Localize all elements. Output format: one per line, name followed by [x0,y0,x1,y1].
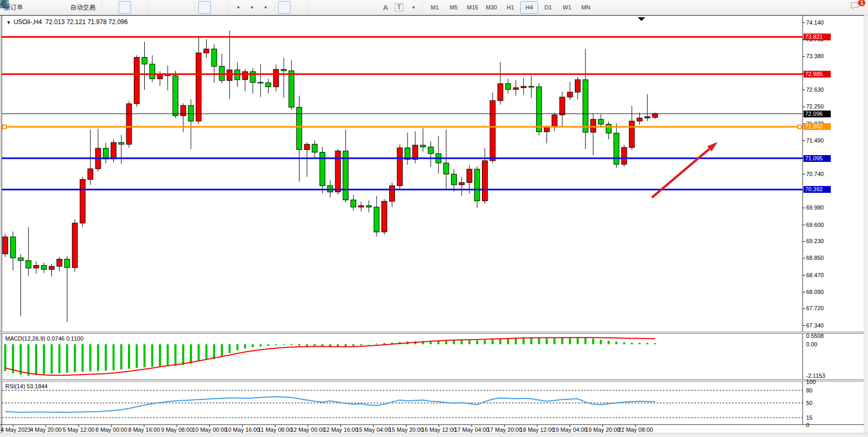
macd-histogram-bar [198,344,200,362]
candle-body [452,174,457,184]
candle-body [459,182,464,184]
collapse-ohlc-icon[interactable]: ▼ [6,20,11,25]
macd-histogram-bar [66,344,68,373]
macd-histogram-bar [291,344,293,345]
candle-body [49,266,55,269]
time-axis-label: 5 May 12:00 [63,427,95,433]
candle [266,79,271,93]
candle-body [397,148,402,185]
macd-histogram-bar [453,340,455,344]
candle [567,82,573,100]
chart-area[interactable] [0,0,868,437]
candle-body [266,83,271,87]
candle [490,93,495,163]
candle-body [567,92,573,97]
right-edge-strip [864,15,868,437]
candle [328,180,333,197]
candle-body [304,144,309,149]
candle [250,68,255,93]
candle-body [444,163,449,174]
macd-histogram-bar [538,338,540,344]
price-badge-73.821: 73.821 [803,34,831,40]
candle-body [498,84,503,101]
candle-body [366,206,371,207]
macd-histogram-bar [128,344,130,369]
price-axis-label: 68.090 [806,289,824,295]
macd-histogram-bar [298,344,301,346]
price-axis-label: 67.720 [806,305,824,311]
candle [583,49,588,149]
macd-histogram-bar [445,341,447,344]
macd-histogram-bar [491,340,494,344]
macd-histogram-bar [151,344,153,367]
candle [211,44,217,83]
candle-body [111,143,116,159]
macd-histogram-bar [383,343,385,344]
candle [219,53,224,83]
macd-histogram-bar [639,343,641,344]
candle [421,128,426,152]
rsi-scale-label: 80 [806,387,812,394]
macd-histogram-bar [584,338,586,344]
candle-body [382,201,387,232]
macd-histogram-bar [561,338,563,344]
candle-body [513,88,519,89]
candle [134,55,140,107]
price-axis-label: 68.850 [806,255,824,261]
rsi-scale-label: 0 [806,422,809,428]
macd-histogram-bar [12,344,14,373]
candle-body [413,145,418,159]
candle-body [65,259,70,268]
candle [188,99,194,149]
candle-body [126,104,132,144]
candle [606,122,612,139]
candle-body [328,185,333,192]
macd-histogram-bar [113,344,115,370]
candle [18,254,24,316]
time-axis-label: 15 May 04:00 [356,427,391,433]
macd-histogram-bar [368,344,370,345]
candle-body [390,185,395,201]
candle-body [421,145,426,147]
candle [498,62,503,105]
price-badge-72.096: 72.096 [803,111,831,117]
macd-histogram-bar [337,344,339,346]
macd-histogram-bar [460,340,463,344]
macd-histogram-bar [499,338,501,344]
candle-body [374,207,379,232]
candle [521,78,526,95]
hline-handle[interactable] [798,125,801,128]
macd-histogram-bar [352,344,355,346]
macd-histogram-bar [35,344,37,375]
macd-histogram-bar [213,344,215,359]
time-axis-label: 10 May 00:00 [192,427,227,433]
macd-histogram-bar [608,341,610,344]
hline-handle[interactable] [3,125,6,128]
price-axis-label: 70.740 [806,171,824,177]
candle-body [351,200,356,207]
candle [10,232,16,270]
time-axis-label: 4 May 20:00 [30,427,62,433]
candle-body [149,64,155,79]
candle-body [475,169,480,201]
macd-scale-label: -2.1153 [806,373,826,379]
chart-symbol-title: ▼USOil-,H4 72.013 72.121 71.978 72.096 [6,18,127,26]
status-strip [0,433,868,437]
candle [513,80,519,96]
macd-histogram-bar [260,344,262,346]
candle-body [521,86,526,88]
macd-histogram-bar [105,344,107,370]
macd-histogram-bar [615,342,617,344]
candle-body [10,237,16,258]
candle [335,149,340,195]
candle [26,227,31,276]
candle [645,94,650,121]
candle [165,65,170,91]
candle-body [560,97,565,115]
chart-shift-marker-icon [638,17,645,21]
candle [3,234,8,257]
rsi-label: RSI(14) 53.1844 [5,383,48,389]
candle [196,37,201,124]
candle [41,263,47,273]
candle-body [41,266,47,270]
